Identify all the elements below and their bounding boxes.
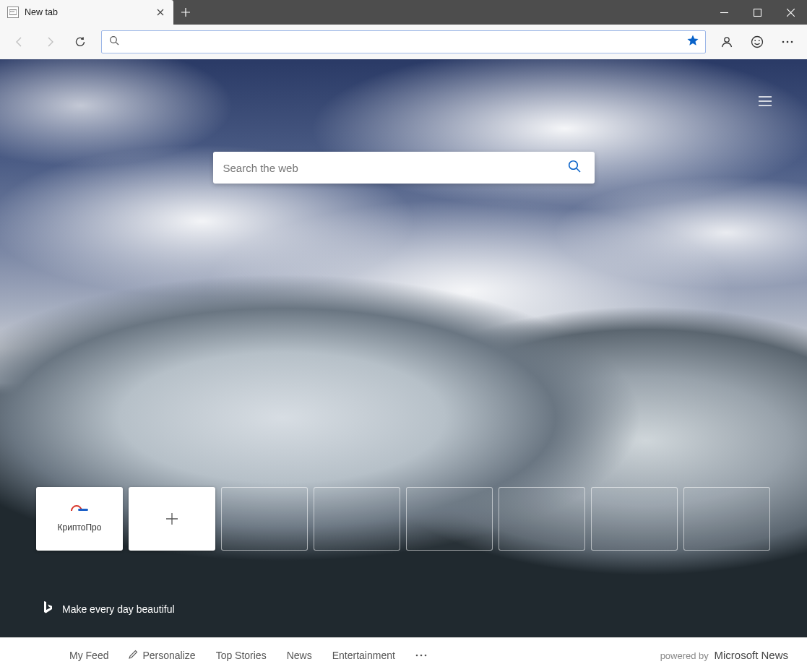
svg-point-5	[111, 37, 117, 43]
quick-link-placeholder[interactable]	[683, 487, 770, 551]
svg-point-13	[569, 161, 577, 170]
footer-tab-news[interactable]: News	[277, 650, 322, 661]
titlebar: New tab	[0, 0, 807, 25]
svg-point-15	[420, 654, 423, 656]
refresh-button[interactable]	[66, 28, 94, 56]
new-tab-page: КриптоПро Make every day beautiful	[0, 59, 807, 637]
svg-point-6	[725, 38, 729, 42]
toolbar	[0, 25, 807, 59]
svg-point-14	[416, 654, 418, 656]
window-maximize-button[interactable]	[741, 0, 774, 25]
svg-point-16	[425, 654, 427, 656]
quick-link-label: КриптоПро	[58, 522, 102, 533]
svg-rect-1	[10, 11, 11, 12]
quick-link-placeholder[interactable]	[499, 487, 585, 551]
footer-tab-top-stories[interactable]: Top Stories	[206, 650, 277, 661]
svg-rect-2	[12, 11, 12, 12]
quick-link-placeholder[interactable]	[406, 487, 493, 551]
quick-link-placeholder[interactable]	[314, 487, 400, 551]
window-controls	[707, 0, 807, 25]
svg-rect-4	[754, 9, 761, 16]
svg-rect-0	[9, 10, 17, 15]
pencil-icon	[129, 650, 138, 661]
search-icon	[109, 35, 119, 48]
web-search-button[interactable]	[564, 156, 584, 179]
svg-point-10	[782, 41, 785, 43]
favorite-star-button[interactable]	[685, 34, 701, 50]
window-close-button[interactable]	[774, 0, 807, 25]
news-footer: My Feed Personalize Top Stories News Ent…	[0, 637, 807, 672]
page-settings-button[interactable]	[752, 88, 778, 114]
bing-slogan-link[interactable]: Make every day beautiful	[42, 600, 175, 617]
web-search-input[interactable]	[223, 162, 564, 174]
footer-more-button[interactable]	[405, 654, 437, 657]
quick-link-placeholder[interactable]	[221, 487, 308, 551]
settings-more-button[interactable]	[774, 28, 801, 56]
add-quick-link-button[interactable]	[129, 487, 215, 551]
quick-link-tile[interactable]: КриптоПро	[36, 487, 123, 551]
svg-rect-3	[13, 11, 14, 12]
quick-links-row: КриптоПро	[36, 487, 771, 551]
quick-link-placeholder[interactable]	[591, 487, 678, 551]
window-minimize-button[interactable]	[707, 0, 741, 25]
svg-point-11	[787, 41, 789, 43]
address-input[interactable]	[125, 36, 685, 48]
svg-point-7	[752, 37, 763, 48]
forward-button[interactable]	[36, 28, 64, 56]
tab-close-button[interactable]	[155, 7, 166, 18]
svg-point-8	[754, 40, 756, 41]
powered-by-label: powered by Microsoft News	[660, 649, 788, 661]
footer-tab-personalize[interactable]: Personalize	[118, 650, 205, 661]
tab-favicon	[7, 7, 19, 18]
cryptopro-icon	[71, 505, 88, 515]
profile-button[interactable]	[713, 28, 741, 56]
footer-tab-my-feed[interactable]: My Feed	[59, 650, 118, 661]
feedback-button[interactable]	[743, 28, 771, 56]
bing-icon	[42, 600, 53, 617]
back-button[interactable]	[6, 28, 33, 56]
browser-tab[interactable]: New tab	[0, 0, 173, 25]
svg-point-9	[759, 40, 760, 41]
new-tab-button[interactable]	[173, 0, 198, 25]
svg-point-12	[791, 41, 793, 43]
footer-tab-entertainment[interactable]: Entertainment	[322, 650, 405, 661]
tab-title: New tab	[25, 7, 149, 17]
titlebar-drag-area[interactable]	[198, 0, 707, 25]
web-search-box[interactable]	[213, 152, 595, 184]
bing-slogan-text: Make every day beautiful	[62, 603, 175, 615]
address-bar[interactable]	[101, 30, 706, 53]
